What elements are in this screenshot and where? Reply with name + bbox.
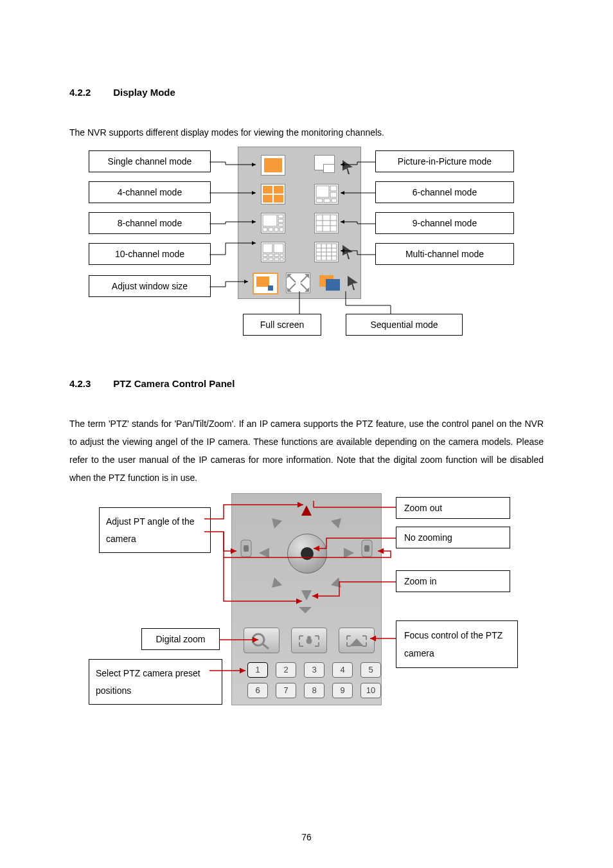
multi-channel-icon[interactable] bbox=[314, 242, 339, 262]
svg-rect-8 bbox=[316, 199, 323, 203]
adjust-pt-label: Adjust PT angle of the camera bbox=[99, 507, 211, 553]
six-channel-icon[interactable] bbox=[314, 184, 339, 204]
svg-rect-5 bbox=[316, 186, 329, 197]
ptz-home-icon[interactable] bbox=[287, 534, 327, 574]
svg-rect-13 bbox=[278, 219, 283, 222]
display-mode-diagram: Single channel mode 4-channel mode 8-cha… bbox=[69, 147, 544, 352]
ptz-dpad[interactable] bbox=[256, 503, 357, 603]
zoom-out-label: Zoom out bbox=[396, 497, 510, 519]
heading-title-2: PTZ Camera Control Panel bbox=[113, 378, 235, 389]
svg-rect-26 bbox=[263, 254, 267, 257]
eight-channel-label: 8-channel mode bbox=[89, 212, 211, 234]
select-preset-label: Select PTZ camera preset positions bbox=[89, 659, 222, 705]
sequential-label: Sequential mode bbox=[346, 314, 463, 336]
adjust-window-label: Adjust window size bbox=[89, 275, 211, 297]
preset-button[interactable]: 7 bbox=[276, 683, 296, 698]
svg-rect-52 bbox=[326, 279, 340, 291]
svg-rect-18 bbox=[280, 228, 283, 231]
four-channel-label: 4-channel mode bbox=[89, 181, 211, 203]
ten-channel-icon[interactable] bbox=[261, 242, 285, 262]
next-sequential-icon[interactable] bbox=[348, 276, 358, 290]
preset-row-2: 6 7 8 9 10 bbox=[247, 683, 381, 698]
svg-rect-28 bbox=[274, 254, 279, 257]
display-mode-toolbar bbox=[238, 147, 361, 299]
preset-button[interactable]: 3 bbox=[304, 662, 324, 678]
svg-rect-41 bbox=[256, 276, 269, 287]
nine-channel-label: 9-channel mode bbox=[375, 212, 514, 234]
svg-rect-31 bbox=[269, 258, 273, 260]
preset-button[interactable]: 6 bbox=[247, 683, 268, 698]
svg-marker-73 bbox=[350, 638, 364, 646]
zoom-in-label: Zoom in bbox=[396, 570, 510, 592]
svg-rect-15 bbox=[263, 228, 267, 231]
svg-marker-57 bbox=[301, 505, 312, 516]
svg-rect-10 bbox=[332, 199, 337, 203]
svg-marker-62 bbox=[331, 518, 341, 529]
svg-marker-63 bbox=[272, 577, 282, 588]
svg-line-45 bbox=[289, 284, 296, 290]
eight-channel-icon[interactable] bbox=[261, 213, 285, 233]
svg-rect-68 bbox=[364, 545, 369, 552]
sequential-icon[interactable] bbox=[319, 273, 349, 292]
preset-button[interactable]: 5 bbox=[360, 662, 381, 678]
section-para-423: The term 'PTZ' stands for 'Pan/Tilt/Zoom… bbox=[69, 415, 544, 487]
pip-icon-group[interactable] bbox=[314, 155, 337, 174]
preset-button[interactable]: 1 bbox=[247, 662, 268, 678]
next-multi-icon[interactable] bbox=[342, 245, 353, 259]
preset-button[interactable]: 4 bbox=[332, 662, 353, 678]
preset-button[interactable]: 8 bbox=[304, 683, 324, 698]
svg-rect-0 bbox=[264, 158, 282, 172]
svg-rect-11 bbox=[263, 215, 277, 226]
zoom-out-button[interactable] bbox=[240, 532, 253, 565]
svg-line-44 bbox=[301, 276, 307, 282]
svg-rect-2 bbox=[274, 186, 283, 194]
svg-marker-64 bbox=[331, 577, 341, 588]
four-channel-icon[interactable] bbox=[261, 184, 285, 204]
preset-button[interactable]: 2 bbox=[276, 662, 296, 678]
svg-rect-27 bbox=[269, 254, 273, 257]
ptz-control-panel: 1 2 3 4 5 6 7 8 9 10 bbox=[231, 493, 382, 705]
full-screen-label: Full screen bbox=[243, 314, 321, 336]
svg-line-46 bbox=[301, 284, 307, 290]
focus-far-button[interactable] bbox=[339, 628, 375, 653]
svg-rect-32 bbox=[274, 258, 279, 260]
multi-channel-label: Multi-channel mode bbox=[375, 243, 514, 265]
ptz-diagram: 1 2 3 4 5 6 7 8 9 10 Adjust PT angle of … bbox=[69, 493, 544, 718]
svg-rect-66 bbox=[244, 545, 249, 552]
svg-rect-17 bbox=[274, 228, 278, 231]
zoom-in-button[interactable] bbox=[360, 532, 373, 565]
svg-rect-7 bbox=[330, 192, 337, 197]
chevron-down-icon[interactable] bbox=[299, 607, 312, 613]
digital-zoom-button[interactable] bbox=[244, 628, 280, 653]
preset-row-1: 1 2 3 4 5 bbox=[247, 662, 381, 678]
svg-line-43 bbox=[289, 276, 296, 282]
preset-button[interactable]: 10 bbox=[360, 683, 381, 698]
heading-number-2: 4.2.3 bbox=[69, 378, 111, 389]
section-heading-423: 4.2.3 PTZ Camera Control Panel bbox=[69, 378, 544, 389]
svg-line-70 bbox=[262, 644, 269, 649]
focus-label: Focus control of the PTZ camera bbox=[396, 620, 518, 668]
focus-near-button[interactable] bbox=[291, 628, 327, 653]
svg-rect-42 bbox=[268, 285, 273, 291]
section-heading-422: 4.2.2 Display Mode bbox=[69, 87, 544, 98]
single-channel-icon[interactable] bbox=[261, 155, 285, 176]
svg-rect-14 bbox=[278, 224, 283, 226]
svg-rect-12 bbox=[278, 215, 283, 218]
no-zoom-label: No zooming bbox=[396, 527, 510, 548]
svg-rect-1 bbox=[263, 186, 272, 194]
section-intro-422: The NVR supports different display modes… bbox=[69, 123, 544, 141]
heading-number: 4.2.2 bbox=[69, 87, 111, 98]
svg-marker-58 bbox=[301, 590, 312, 601]
pip-label: Picture-in-Picture mode bbox=[375, 150, 514, 172]
ten-channel-label: 10-channel mode bbox=[89, 243, 211, 265]
svg-rect-9 bbox=[324, 199, 330, 203]
nine-channel-icon[interactable] bbox=[314, 213, 339, 233]
single-channel-label: Single channel mode bbox=[89, 150, 211, 172]
svg-rect-29 bbox=[280, 254, 283, 257]
six-channel-label: 6-channel mode bbox=[375, 181, 514, 203]
heading-title: Display Mode bbox=[113, 87, 175, 98]
adjust-window-icon[interactable] bbox=[253, 273, 278, 294]
preset-button[interactable]: 9 bbox=[332, 683, 353, 698]
next-pip-icon[interactable] bbox=[342, 160, 353, 174]
full-screen-icon[interactable] bbox=[286, 273, 310, 293]
